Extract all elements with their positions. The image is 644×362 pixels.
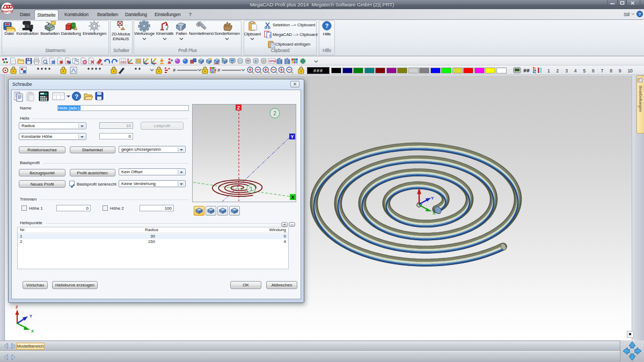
svg-text:*: * [41, 67, 43, 73]
svg-text:ABC: ABC [120, 61, 127, 64]
svg-text:*: * [37, 67, 39, 73]
svg-text:*: * [91, 67, 93, 73]
svg-text:Y: Y [290, 134, 294, 139]
svg-text:2: 2 [273, 110, 276, 116]
svg-text:1: 1 [250, 186, 253, 192]
svg-text:6: 6 [269, 33, 272, 38]
svg-text:?: ? [75, 93, 78, 100]
svg-text:?: ? [639, 12, 641, 17]
svg-text:##: ## [523, 68, 530, 74]
svg-text:Y: Y [30, 314, 32, 319]
svg-text:*: * [87, 67, 90, 73]
svg-text:X: X [31, 329, 34, 334]
svg-text:#: # [173, 68, 176, 73]
svg-text:Z: Z [16, 305, 18, 309]
svg-text:OPGL: OPGL [269, 60, 277, 63]
svg-text:Z: Z [237, 105, 240, 110]
svg-text:X: X [433, 211, 436, 216]
svg-text:Y: Y [431, 196, 434, 201]
svg-text:*: * [99, 67, 101, 73]
svg-text:*: * [45, 67, 47, 73]
svg-text:MegaCAD: MegaCAD [2, 10, 13, 13]
svg-text:#: # [217, 68, 221, 73]
svg-text:*: * [95, 67, 97, 73]
svg-text:*: * [135, 67, 137, 73]
svg-text:*: * [48, 67, 50, 73]
svg-text:X: X [291, 195, 294, 200]
svg-text:*: * [138, 67, 141, 73]
svg-text:?: ? [325, 23, 329, 29]
